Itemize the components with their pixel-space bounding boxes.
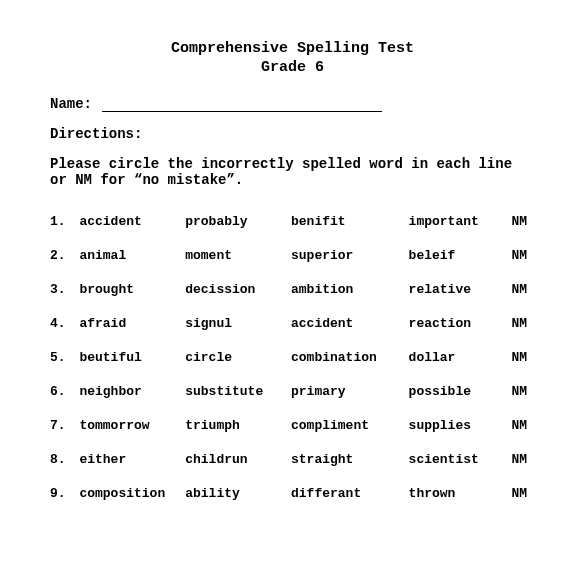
no-mistake-option[interactable]: NM xyxy=(511,282,535,297)
question-number: 2. xyxy=(50,248,79,263)
question-number: 7. xyxy=(50,418,79,433)
directions-text: Please circle the incorrectly spelled wo… xyxy=(50,156,535,188)
worksheet-page: Comprehensive Spelling Test Grade 6 Name… xyxy=(0,0,585,540)
word-option[interactable]: signul xyxy=(185,316,291,331)
word-option[interactable]: composition xyxy=(79,486,185,501)
word-option[interactable]: benifit xyxy=(291,214,409,229)
word-option[interactable]: decission xyxy=(185,282,291,297)
word-option[interactable]: important xyxy=(409,214,512,229)
question-number: 5. xyxy=(50,350,79,365)
word-option[interactable]: ability xyxy=(185,486,291,501)
question-number: 8. xyxy=(50,452,79,467)
word-option[interactable]: primary xyxy=(291,384,409,399)
no-mistake-option[interactable]: NM xyxy=(511,418,535,433)
page-subtitle: Grade 6 xyxy=(50,59,535,78)
word-option[interactable]: dollar xyxy=(409,350,512,365)
title-block: Comprehensive Spelling Test Grade 6 xyxy=(50,40,535,78)
question-row: 9.compositionabilitydifferantthrownNM xyxy=(50,486,535,501)
word-option[interactable]: straight xyxy=(291,452,409,467)
word-option[interactable]: either xyxy=(79,452,185,467)
word-option[interactable]: afraid xyxy=(79,316,185,331)
name-label: Name: xyxy=(50,96,102,112)
no-mistake-option[interactable]: NM xyxy=(511,452,535,467)
no-mistake-option[interactable]: NM xyxy=(511,316,535,331)
word-option[interactable]: supplies xyxy=(409,418,512,433)
word-option[interactable]: possible xyxy=(409,384,512,399)
word-option[interactable]: superior xyxy=(291,248,409,263)
word-option[interactable]: differant xyxy=(291,486,409,501)
word-option[interactable]: combination xyxy=(291,350,409,365)
name-input-line[interactable] xyxy=(102,97,382,112)
word-option[interactable]: neighbor xyxy=(79,384,185,399)
word-option[interactable]: accident xyxy=(291,316,409,331)
questions-list: 1.accidentprobablybenifitimportantNM2.an… xyxy=(50,214,535,501)
word-option[interactable]: moment xyxy=(185,248,291,263)
question-number: 3. xyxy=(50,282,79,297)
question-row: 5.beutifulcirclecombinationdollarNM xyxy=(50,350,535,365)
question-number: 1. xyxy=(50,214,79,229)
question-number: 9. xyxy=(50,486,79,501)
question-row: 6.neighborsubstituteprimarypossibleNM xyxy=(50,384,535,399)
word-option[interactable]: thrown xyxy=(409,486,512,501)
no-mistake-option[interactable]: NM xyxy=(511,350,535,365)
question-row: 4.afraidsignulaccidentreactionNM xyxy=(50,316,535,331)
word-option[interactable]: childrun xyxy=(185,452,291,467)
word-option[interactable]: tommorrow xyxy=(79,418,185,433)
word-option[interactable]: probably xyxy=(185,214,291,229)
question-number: 6. xyxy=(50,384,79,399)
word-option[interactable]: beutiful xyxy=(79,350,185,365)
question-number: 4. xyxy=(50,316,79,331)
word-option[interactable]: brought xyxy=(79,282,185,297)
word-option[interactable]: relative xyxy=(409,282,512,297)
word-option[interactable]: reaction xyxy=(409,316,512,331)
word-option[interactable]: triumph xyxy=(185,418,291,433)
no-mistake-option[interactable]: NM xyxy=(511,248,535,263)
question-row: 8.eitherchildrunstraightscientistNM xyxy=(50,452,535,467)
question-row: 2.animalmomentsuperiorbeleifNM xyxy=(50,248,535,263)
word-option[interactable]: scientist xyxy=(409,452,512,467)
word-option[interactable]: beleif xyxy=(409,248,512,263)
word-option[interactable]: circle xyxy=(185,350,291,365)
page-title: Comprehensive Spelling Test xyxy=(50,40,535,59)
no-mistake-option[interactable]: NM xyxy=(511,384,535,399)
word-option[interactable]: accident xyxy=(79,214,185,229)
word-option[interactable]: substitute xyxy=(185,384,291,399)
word-option[interactable]: animal xyxy=(79,248,185,263)
directions-label: Directions: xyxy=(50,126,535,142)
word-option[interactable]: compliment xyxy=(291,418,409,433)
word-option[interactable]: ambition xyxy=(291,282,409,297)
question-row: 1.accidentprobablybenifitimportantNM xyxy=(50,214,535,229)
name-row: Name: xyxy=(50,96,535,112)
question-row: 7.tommorrowtriumphcomplimentsuppliesNM xyxy=(50,418,535,433)
no-mistake-option[interactable]: NM xyxy=(511,214,535,229)
question-row: 3.broughtdecissionambitionrelativeNM xyxy=(50,282,535,297)
no-mistake-option[interactable]: NM xyxy=(511,486,535,501)
